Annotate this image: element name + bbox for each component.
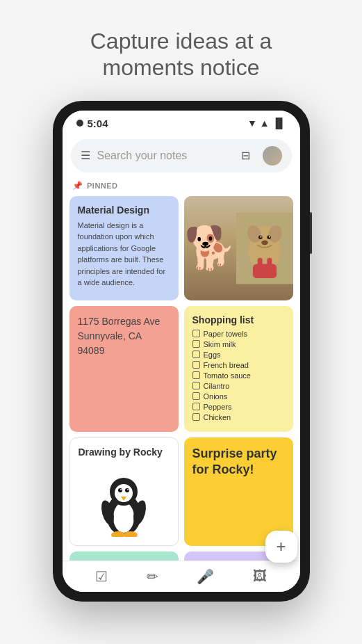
checkbox[interactable]: [192, 361, 200, 369]
hamburger-icon[interactable]: ☰: [81, 149, 90, 162]
bottom-notes-row: Books: [69, 552, 293, 561]
note-surprise[interactable]: Surprise party for Rocky!: [184, 437, 293, 546]
item-text: Chicken: [204, 413, 231, 421]
checklist-item: Cilantro: [192, 382, 285, 390]
fab-button[interactable]: +: [265, 531, 297, 563]
item-text: Peppers: [204, 403, 232, 411]
note-material-design[interactable]: Material Design Material design is a fou…: [69, 196, 179, 300]
status-right: ▼ ▲ ▐▌: [247, 118, 286, 129]
dog-image: [184, 196, 293, 300]
svg-point-9: [261, 240, 268, 245]
checklist-item: Onions: [192, 392, 285, 401]
svg-point-18: [125, 488, 129, 492]
phone-mockup: 5:04 ▼ ▲ ▐▌ ☰ Search your notes ⊟ 📌 PINN…: [53, 101, 310, 602]
nav-draw-icon[interactable]: ✏: [147, 568, 158, 585]
checkbox[interactable]: [192, 403, 200, 410]
note-dog-photo[interactable]: [184, 196, 293, 300]
pinned-text: PINNED: [87, 182, 118, 190]
note-books[interactable]: Books: [69, 552, 179, 561]
checkbox[interactable]: [192, 413, 200, 421]
note-body-address: 1175 Borregas Ave Sunnyvale, CA 94089: [78, 314, 170, 358]
checklist-item: French bread: [192, 361, 285, 369]
phone-body: 5:04 ▼ ▲ ▐▌ ☰ Search your notes ⊟ 📌 PINN…: [53, 101, 310, 602]
fab-icon: +: [276, 537, 286, 556]
checkbox[interactable]: [192, 392, 200, 400]
item-text: Paper towels: [204, 330, 248, 338]
drawing-title: Drawing by Rocky: [79, 446, 170, 458]
status-left: 5:04: [76, 118, 108, 129]
item-text: Cilantro: [204, 382, 230, 390]
signal-icon: ▼: [247, 118, 257, 129]
headline: Capture ideas at a moments notice: [63, 28, 300, 81]
nav-mic-icon[interactable]: 🎤: [197, 568, 214, 585]
checkbox[interactable]: [192, 330, 200, 337]
checklist-item: Tomato sauce: [192, 371, 285, 380]
nav-checklist-icon[interactable]: ☑: [95, 568, 108, 585]
side-button: [310, 212, 312, 254]
svg-point-8: [268, 236, 270, 237]
note-title: Material Design: [78, 204, 170, 216]
shopping-list-title: Shopping list: [192, 314, 285, 325]
note-address[interactable]: 1175 Borregas Ave Sunnyvale, CA 94089: [69, 306, 179, 432]
search-bar[interactable]: ☰ Search your notes ⊟: [71, 139, 292, 172]
checklist-item: Paper towels: [192, 330, 285, 338]
search-placeholder: Search your notes: [97, 150, 234, 162]
nav-image-icon[interactable]: 🖼: [253, 568, 267, 584]
phone-screen: 5:04 ▼ ▲ ▐▌ ☰ Search your notes ⊟ 📌 PINN…: [63, 111, 300, 592]
checklist-item: Eggs: [192, 351, 285, 359]
time-display: 5:04: [88, 118, 108, 129]
item-text: Tomato sauce: [204, 371, 251, 380]
svg-rect-11: [257, 257, 262, 267]
checklist-item: Skim milk: [192, 340, 285, 348]
svg-point-20: [127, 489, 129, 490]
battery-icon: ▐▌: [272, 118, 286, 129]
headline-line2: moments notice: [103, 55, 260, 80]
checklist-item: Peppers: [192, 403, 285, 411]
checkbox[interactable]: [192, 382, 200, 389]
headline-line1: Capture ideas at a: [90, 29, 272, 54]
wifi-icon: ▲: [260, 118, 270, 129]
pin-icon: 📌: [72, 181, 83, 191]
checkbox[interactable]: [192, 340, 200, 348]
item-text: French bread: [204, 361, 249, 369]
svg-point-7: [260, 236, 261, 237]
svg-rect-12: [267, 257, 272, 267]
surprise-title: Surprise party for Rocky!: [192, 446, 285, 478]
note-drawing[interactable]: Drawing by Rocky: [69, 437, 179, 546]
svg-point-17: [118, 488, 122, 492]
svg-rect-10: [252, 264, 276, 278]
svg-point-14: [113, 502, 134, 533]
layout-icon[interactable]: ⊟: [241, 149, 250, 162]
checkbox[interactable]: [192, 351, 200, 358]
note-body: Material design is a foundation upon whi…: [78, 220, 170, 289]
item-text: Eggs: [204, 351, 221, 359]
status-bar: 5:04 ▼ ▲ ▐▌: [63, 111, 300, 134]
svg-point-19: [120, 489, 122, 490]
bottom-nav: ☑ ✏ 🎤 🖼: [63, 561, 300, 592]
avatar[interactable]: [263, 146, 282, 166]
checkbox[interactable]: [192, 371, 200, 379]
item-text: Onions: [204, 392, 228, 401]
notes-grid: Material Design Material design is a fou…: [69, 196, 293, 546]
note-shopping-list[interactable]: Shopping list Paper towels Skim milk Egg…: [184, 306, 293, 432]
notes-scroll-area[interactable]: Material Design Material design is a fou…: [63, 196, 300, 561]
item-text: Skim milk: [204, 340, 236, 348]
camera-dot: [76, 120, 83, 127]
penguin-drawing: [79, 462, 170, 537]
pinned-section-label: 📌 PINNED: [63, 178, 300, 196]
checklist-item: Chicken: [192, 413, 285, 421]
